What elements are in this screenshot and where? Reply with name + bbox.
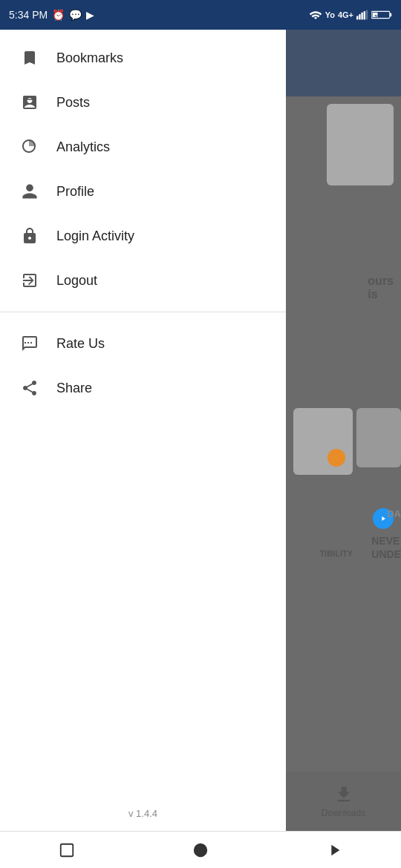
sidebar-item-label: Logout bbox=[56, 273, 97, 289]
sidebar-item-label: Analytics bbox=[56, 139, 110, 155]
signal-icon bbox=[356, 10, 368, 20]
status-time: 5:34 PM ⏰ 💬 ▶ bbox=[9, 9, 94, 21]
youtube-icon: ▶ bbox=[86, 9, 94, 21]
network-speed: 4G+ bbox=[338, 10, 353, 19]
primary-menu-section: Bookmarks Posts bbox=[0, 30, 286, 309]
sidebar-item-analytics[interactable]: Analytics bbox=[0, 125, 286, 169]
whatsapp-icon: 💬 bbox=[69, 9, 82, 21]
svg-text:33: 33 bbox=[374, 13, 379, 19]
time-display: 5:34 PM bbox=[9, 9, 48, 21]
battery-icon: 33 bbox=[371, 10, 392, 20]
nav-triangle-button[interactable] bbox=[312, 835, 356, 865]
bottom-navigation bbox=[0, 831, 401, 868]
logout-icon bbox=[18, 272, 42, 289]
sidebar-item-logout[interactable]: Logout bbox=[0, 258, 286, 303]
wifi-icon bbox=[309, 10, 322, 20]
sidebar-item-label: Profile bbox=[56, 184, 94, 200]
background-content: oursis DA NEVEUNDE TIBILITY Downloads bbox=[286, 30, 401, 831]
rate-us-icon bbox=[18, 335, 42, 352]
secondary-menu-section: Rate Us Share bbox=[0, 315, 286, 416]
sidebar-item-label: Posts bbox=[56, 95, 90, 111]
login-activity-icon bbox=[18, 227, 42, 245]
svg-rect-3 bbox=[364, 11, 365, 19]
svg-rect-4 bbox=[366, 10, 368, 20]
svg-marker-14 bbox=[331, 844, 339, 855]
svg-rect-12 bbox=[61, 844, 74, 856]
alarm-icon: ⏰ bbox=[52, 9, 65, 21]
svg-rect-9 bbox=[23, 96, 36, 98]
svg-point-13 bbox=[195, 844, 207, 856]
sidebar-item-profile[interactable]: Profile bbox=[0, 169, 286, 214]
nav-circle-button[interactable] bbox=[178, 835, 223, 865]
sidebar-item-label: Share bbox=[56, 381, 92, 396]
profile-icon bbox=[18, 183, 42, 200]
status-right-icons: Yo 4G+ 33 bbox=[309, 10, 392, 20]
svg-rect-6 bbox=[390, 13, 391, 17]
nav-square-button[interactable] bbox=[45, 835, 89, 865]
status-bar: 5:34 PM ⏰ 💬 ▶ Yo 4G+ 33 bbox=[0, 0, 401, 30]
network-type: Yo bbox=[325, 10, 335, 19]
sidebar-item-label: Rate Us bbox=[56, 336, 105, 352]
drawer-overlay: Bookmarks Posts bbox=[0, 30, 401, 831]
posts-icon bbox=[18, 93, 42, 111]
bookmark-icon bbox=[18, 49, 42, 67]
sidebar-item-bookmarks[interactable]: Bookmarks bbox=[0, 36, 286, 80]
sidebar-item-login-activity[interactable]: Login Activity bbox=[0, 214, 286, 258]
sidebar-item-share[interactable]: Share bbox=[0, 366, 286, 410]
sidebar-item-label: Bookmarks bbox=[56, 50, 123, 66]
svg-rect-1 bbox=[359, 14, 360, 19]
menu-divider bbox=[0, 312, 286, 312]
svg-rect-2 bbox=[361, 13, 362, 20]
share-icon bbox=[18, 379, 42, 397]
svg-rect-0 bbox=[356, 16, 358, 20]
version-text: v 1.4.4 bbox=[0, 808, 286, 819]
sidebar-item-rate-us[interactable]: Rate Us bbox=[0, 321, 286, 366]
analytics-icon bbox=[18, 138, 42, 156]
drawer-menu: Bookmarks Posts bbox=[0, 30, 286, 831]
sidebar-item-posts[interactable]: Posts bbox=[0, 80, 286, 125]
sidebar-item-label: Login Activity bbox=[56, 228, 134, 244]
